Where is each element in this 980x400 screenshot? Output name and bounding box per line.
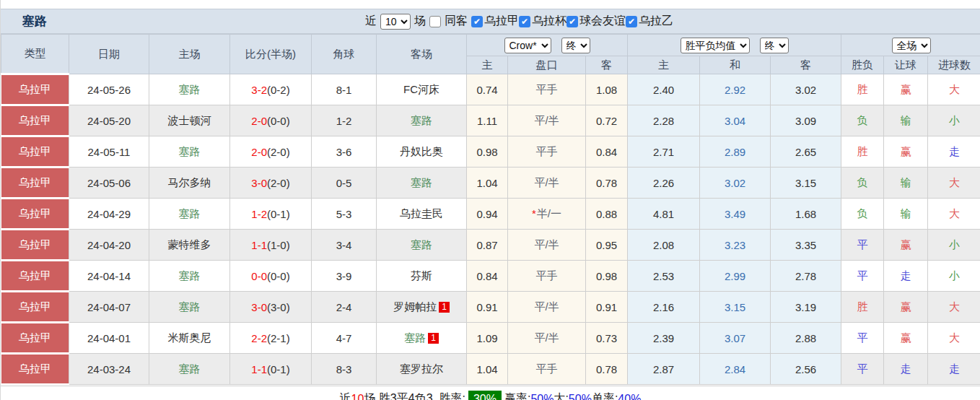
odds-home-value: 0.98	[476, 146, 497, 158]
odds-home-value: 1.04	[476, 177, 497, 189]
full-time-score: 3-2	[251, 84, 267, 96]
away-team-name: 塞罗拉尔	[400, 362, 443, 375]
goals-result-cell: 小	[928, 230, 980, 261]
corner-cell: 8-1	[312, 74, 377, 105]
home-team-name: 波士顿河	[168, 114, 211, 126]
away-team-name: 塞路	[404, 331, 426, 344]
avg-draw-cell: 3.15	[700, 292, 771, 323]
avg-stage-select[interactable]: 终	[760, 38, 789, 53]
subcol-avg-draw: 和	[700, 56, 771, 74]
score-cell: 3-0(2-0)	[230, 168, 312, 199]
table-row: 乌拉甲24-04-29塞路1-2(0-1)5-3乌拉圭民0.94*半/一0.88…	[1, 199, 980, 230]
handicap-cell: *半/一	[508, 199, 586, 230]
avg-home-value: 2.26	[653, 177, 674, 189]
odds-away-cell: 0.84	[586, 136, 628, 168]
win-rate-badge: 30%	[468, 391, 502, 400]
avg-home-cell: 2.40	[628, 74, 700, 105]
avg-draw-value: 3.04	[725, 115, 745, 127]
goals-result-cell: 大	[928, 199, 980, 230]
match-history-panel: 塞路 近 10 场 同客 ✔乌拉甲✔乌拉杯✔球会友谊✔乌拉乙 类型 日期 主场 …	[0, 0, 980, 400]
corner-count: 4-7	[336, 332, 352, 344]
goals-result-value: 大	[949, 300, 960, 313]
corner-cell: 4-7	[312, 323, 377, 354]
league-type-label: 乌拉甲	[19, 269, 51, 282]
corner-count: 8-1	[336, 84, 352, 96]
away-team-name: 乌拉圭民	[400, 207, 443, 219]
full-time-score: 2-2	[251, 332, 267, 344]
home-team-name: 塞路	[179, 83, 201, 95]
corner-count: 0-5	[336, 177, 352, 189]
handicap-result-cell: 赢	[884, 74, 928, 105]
match-date: 24-04-14	[87, 270, 131, 282]
home-team-name: 塞路	[179, 362, 201, 375]
odds-away-value: 0.78	[596, 177, 617, 189]
odds-provider-select[interactable]: Crow*	[504, 38, 551, 53]
away-team-cell: 丹奴比奥	[377, 136, 467, 168]
avg-away-value: 3.02	[795, 84, 816, 96]
match-date: 24-05-11	[88, 146, 131, 158]
home-team-cell: 塞路	[149, 136, 230, 168]
corner-cell: 3-9	[312, 261, 377, 292]
full-time-score: 1-1	[251, 363, 267, 375]
goals-result-cell: 大	[928, 168, 980, 199]
footer-segment: 40%	[618, 393, 641, 400]
corner-cell: 2-4	[312, 292, 377, 323]
odds-home-cell: 0.91	[467, 292, 508, 323]
summary-footer: 近10场,胜3平4负3, 胜率:30%赢率:50% 大:50% 单率:40%	[1, 386, 980, 400]
avg-home-value: 2.40	[653, 84, 674, 96]
score-cell: 1-2(0-1)	[230, 199, 312, 230]
recent-suffix-label: 场	[414, 14, 426, 29]
league-checkbox[interactable]: ✔	[519, 16, 530, 27]
same-away-checkbox[interactable]	[429, 16, 441, 27]
league-checkbox[interactable]: ✔	[626, 16, 637, 27]
avg-away-cell: 3.09	[771, 105, 841, 136]
avg-home-value: 2.53	[653, 270, 674, 282]
odds-away-value: 0.98	[596, 270, 617, 282]
full-time-score: 3-0	[251, 301, 267, 313]
league-type-label: 乌拉甲	[19, 300, 51, 313]
odds-away-value: 0.88	[596, 208, 617, 220]
subcol-odds-home: 主	[467, 56, 508, 74]
league-checkbox[interactable]: ✔	[566, 16, 578, 27]
odds-away-cell: 0.73	[586, 323, 628, 354]
odds-home-value: 0.74	[476, 84, 497, 96]
result-value: 胜	[857, 83, 868, 95]
handicap-result-cell: 走	[884, 354, 928, 385]
league-type-label: 乌拉甲	[19, 114, 51, 126]
match-date: 24-04-20	[87, 239, 131, 251]
recent-count-select[interactable]: 10	[380, 14, 411, 30]
goals-result-value: 大	[949, 83, 960, 95]
score-cell: 0-0(0-0)	[230, 261, 312, 292]
away-team-cell: 塞路1	[377, 323, 467, 354]
filter-bar: 塞路 近 10 场 同客 ✔乌拉甲✔乌拉杯✔球会友谊✔乌拉乙	[1, 9, 980, 34]
league-filter-球会友谊: ✔球会友谊	[566, 14, 626, 29]
handicap-result-value: 输	[901, 176, 911, 188]
handicap-result-cell: 走	[884, 261, 928, 292]
half-time-score: (0-0)	[267, 270, 290, 282]
avg-draw-value: 3.15	[725, 301, 745, 313]
home-team-cell: 塞路	[149, 354, 230, 385]
league-type-label: 乌拉甲	[19, 83, 51, 95]
avg-draw-value: 2.92	[725, 84, 745, 96]
away-team-name: 罗姆帕拉	[393, 300, 437, 313]
goals-result-value: 大	[949, 176, 960, 188]
result-cell: 平	[841, 230, 884, 261]
handicap-result-cell: 输	[884, 105, 928, 136]
result-value: 平	[857, 362, 868, 375]
goals-result-value: 大	[949, 207, 960, 219]
avg-home-cell: 2.16	[628, 292, 700, 323]
league-checkbox[interactable]: ✔	[471, 16, 483, 27]
col-header-away: 客场	[377, 35, 467, 74]
score-cell: 1-1(0-1)	[230, 354, 312, 385]
odds-home-value: 1.09	[476, 332, 497, 344]
odds-stage-select[interactable]: 终	[561, 38, 590, 53]
avg-home-cell: 2.26	[628, 168, 700, 199]
scope-select[interactable]: 全场	[892, 38, 931, 53]
avg-home-cell: 2.71	[628, 136, 700, 168]
avg-draw-value: 2.84	[725, 363, 745, 375]
table-row: 乌拉甲24-05-11塞路2-0(2-0)3-6丹奴比奥0.98平手0.842.…	[1, 136, 980, 168]
avg-provider-select[interactable]: 胜平负均值	[681, 38, 750, 53]
goals-result-cell: 大	[928, 323, 980, 354]
footer-segment: 10	[351, 393, 364, 400]
odds-away-value: 0.72	[596, 115, 617, 127]
